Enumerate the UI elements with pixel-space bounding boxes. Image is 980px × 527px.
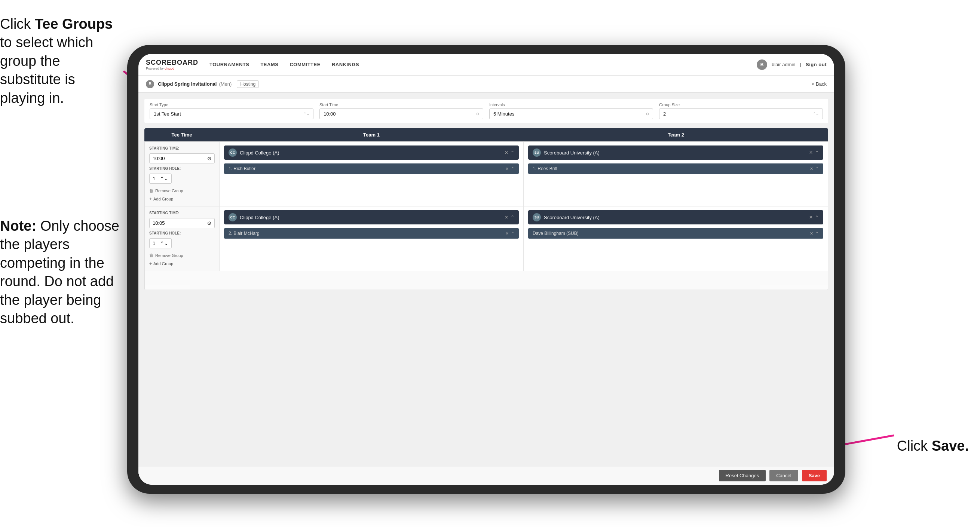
sub-header-title: Clippd Spring Invitational [158,81,216,87]
nav-links: TOURNAMENTS TEAMS COMMITTEE RANKINGS [210,60,757,69]
player-expand-icon: ⌃ [511,166,514,171]
player-expand-icon-1-2: ⌃ [511,231,514,236]
team-x-icon-2-1: ✕ [809,150,813,155]
table-row: STARTING TIME: 10:00 ⊙ STARTING HOLE: 1 … [145,142,828,207]
cancel-button[interactable]: Cancel [769,470,798,481]
plus-icon-2: + [149,261,152,266]
team-expand-icon-2-2: ⌃ [815,215,819,220]
team-name-2-2: Scoreboard University (A) [544,215,600,220]
tee-row-left-1: STARTING TIME: 10:00 ⊙ STARTING HOLE: 1 … [145,142,220,206]
tee-row-team2-1: SU Scoreboard University (A) ✕ ⌃ 1. Rees… [523,142,828,206]
team-expand-icon-1-1: ⌃ [511,150,514,155]
intervals-input[interactable]: 5 Minutes ⊙ [489,108,653,119]
player-row-1-2[interactable]: 2. Blair McHarg ✕ ⌃ [224,228,519,239]
tee-row-left-2: STARTING TIME: 10:05 ⊙ STARTING HOLE: 1 … [145,207,220,271]
team-x-icon-2-2: ✕ [809,215,813,220]
sub-header-gender: (Men) [219,81,232,87]
player-row-2-2[interactable]: Dave Billingham (SUB) ✕ ⌃ [528,228,823,239]
tee-row-team1-2: CC Clippd College (A) ✕ ⌃ 2. Blair McHar… [220,207,523,271]
add-group-button-1[interactable]: + Add Group [149,196,215,202]
intervals-icon: ⊙ [646,112,649,116]
team-card-1-2[interactable]: CC Clippd College (A) ✕ ⌃ [224,210,519,224]
team-card-2-2[interactable]: SU Scoreboard University (A) ✕ ⌃ [528,210,823,224]
group-size-label: Group Size [659,102,823,107]
group-size-field: Group Size 2 ⌃⌄ [659,102,823,119]
trash-icon: 🗑 [149,188,154,193]
starting-time-input-1[interactable]: 10:00 ⊙ [149,153,215,164]
team1-col-header: Team 1 [219,132,523,138]
team-card-2-1[interactable]: SU Scoreboard University (A) ✕ ⌃ [528,145,823,160]
team-logo-2-2: SU [533,213,541,221]
player-row-2-1[interactable]: 1. Rees Britt ✕ ⌃ [528,164,823,174]
avatar: B [757,59,767,70]
nav-right: B blair admin | Sign out [757,59,827,70]
starting-hole-input-2[interactable]: 1 ⌃⌄ [149,238,172,248]
tee-groups-bold: Tee Groups [35,16,113,32]
start-type-arrow: ⌃⌄ [303,112,309,116]
team-logo-1-1: CC [229,148,237,157]
team-expand-icon-1-2: ⌃ [511,215,514,220]
user-name: blair admin [772,62,795,67]
player-expand-icon-2-2: ⌃ [815,231,819,236]
start-time-label: Start Time [320,102,483,107]
plus-icon: + [149,196,152,202]
starting-time-input-2[interactable]: 10:05 ⊙ [149,218,215,228]
add-group-button-2[interactable]: + Add Group [149,261,215,266]
player-expand-icon-2-1: ⌃ [815,166,819,171]
nav-separator: | [800,62,801,67]
start-time-icon: ⊙ [476,112,479,116]
trash-icon-2: 🗑 [149,253,154,258]
team2-col-header: Team 2 [523,132,828,138]
team-x-icon-1-1: ✕ [504,150,508,155]
team-card-1-1[interactable]: CC Clippd College (A) ✕ ⌃ [224,145,519,160]
click-save-text: Click Save. [897,438,969,454]
nav-tournaments[interactable]: TOURNAMENTS [210,60,249,69]
group-size-input[interactable]: 2 ⌃⌄ [659,108,823,119]
team-x-icon-1-2: ✕ [504,215,508,220]
back-button[interactable]: < Back [812,81,827,87]
starting-time-label-1: STARTING TIME: [149,146,215,150]
sub-header: B Clippd Spring Invitational (Men) Hosti… [138,76,834,93]
remove-group-button-1[interactable]: 🗑 Remove Group [149,188,215,193]
nav-committee[interactable]: COMMITTEE [290,60,321,69]
starting-hole-label-2: STARTING HOLE: [149,231,215,235]
reset-changes-button[interactable]: Reset Changes [719,470,766,481]
logo-powered: Powered by clippd [146,67,198,70]
partial-row [145,271,828,290]
logo-area: SCOREBOARD Powered by clippd [146,59,198,70]
nav-rankings[interactable]: RANKINGS [332,60,359,69]
tee-groups-area: STARTING TIME: 10:00 ⊙ STARTING HOLE: 1 … [145,142,828,290]
group-size-arrow: ⌃⌄ [813,112,819,116]
player-x-icon-2-1: ✕ [810,166,813,171]
nav-teams[interactable]: TEAMS [260,60,278,69]
start-time-input[interactable]: 10:00 ⊙ [320,108,483,119]
tee-time-col-header: Tee Time [145,132,219,138]
team-logo-1-2: CC [229,213,237,221]
remove-group-button-2[interactable]: 🗑 Remove Group [149,253,215,258]
start-config-row: Start Type 1st Tee Start ⌃⌄ Start Time 1… [145,99,828,123]
instruction-top: Click Tee Groups to select which group t… [0,15,120,107]
player-x-icon: ✕ [505,166,509,171]
starting-hole-label-1: STARTING HOLE: [149,166,215,170]
save-button[interactable]: Save [802,470,827,481]
tee-row-team1-1: CC Clippd College (A) ✕ ⌃ 1. Rich Butler [220,142,523,206]
sub-header-hosting: Hosting [237,80,259,88]
tee-row-team2-2: SU Scoreboard University (A) ✕ ⌃ Dave Bi… [523,207,828,271]
sub-header-logo: B [146,80,154,88]
tablet-shell: SCOREBOARD Powered by clippd TOURNAMENTS… [127,45,845,494]
team-name-1-1: Clippd College (A) [240,150,279,156]
logo-clippd: clippd [165,67,175,70]
player-x-icon-2-2: ✕ [810,231,813,236]
start-type-label: Start Type [150,102,313,107]
start-type-input[interactable]: 1st Tee Start ⌃⌄ [150,108,313,119]
note-label: Note: [0,218,36,234]
starting-hole-input-1[interactable]: 1 ⌃⌄ [149,174,172,184]
logo-scoreboard: SCOREBOARD [146,59,198,67]
team-name-1-2: Clippd College (A) [240,215,279,220]
player-x-icon-1-2: ✕ [505,231,509,236]
player-row-1-1[interactable]: 1. Rich Butler ✕ ⌃ [224,164,519,174]
tablet-screen: SCOREBOARD Powered by clippd TOURNAMENTS… [138,54,834,485]
action-bar: Reset Changes Cancel Save [138,466,834,485]
table-row: STARTING TIME: 10:05 ⊙ STARTING HOLE: 1 … [145,207,828,271]
sign-out-link[interactable]: Sign out [806,60,827,69]
